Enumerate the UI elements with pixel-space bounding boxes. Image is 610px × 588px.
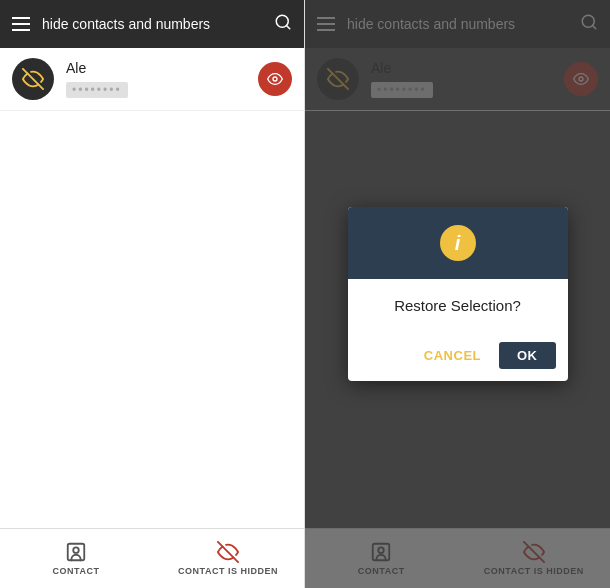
- left-bottom-nav: CONTACT CONTACT IS HIDDEN: [0, 528, 304, 588]
- eye-off-avatar-icon: [22, 68, 44, 90]
- svg-line-1: [286, 25, 289, 28]
- show-contact-button[interactable]: [258, 62, 292, 96]
- ok-button[interactable]: OK: [499, 342, 556, 369]
- left-nav-contact-label: CONTACT: [53, 566, 100, 576]
- left-nav-hidden-label: CONTACT IS HIDDEN: [178, 566, 278, 576]
- contact-number: ••••••••: [66, 82, 128, 98]
- eye-button-icon: [267, 71, 283, 87]
- contact-name: Ale: [66, 60, 246, 76]
- restore-dialog: i Restore Selection? CANCEL OK: [348, 207, 568, 381]
- dialog-message: Restore Selection?: [364, 297, 552, 314]
- hamburger-menu-icon[interactable]: [12, 17, 30, 31]
- right-panel: hide contacts and numbers Ale ••••••••: [305, 0, 610, 588]
- left-nav-hidden[interactable]: CONTACT IS HIDDEN: [152, 529, 304, 588]
- contact-item: Ale ••••••••: [0, 48, 304, 111]
- dialog-body: Restore Selection?: [348, 279, 568, 342]
- svg-point-5: [73, 547, 79, 553]
- left-panel: hide contacts and numbers Ale ••••••••: [0, 0, 305, 588]
- contact-avatar: [12, 58, 54, 100]
- eye-off-nav-icon: [217, 541, 239, 563]
- svg-point-3: [273, 77, 277, 81]
- dialog-info-icon: i: [440, 225, 476, 261]
- dialog-actions: CANCEL OK: [348, 342, 568, 381]
- dialog-header: i: [348, 207, 568, 279]
- dialog-overlay: i Restore Selection? CANCEL OK: [305, 0, 610, 588]
- left-header-title: hide contacts and numbers: [42, 16, 262, 32]
- left-search-icon[interactable]: [274, 13, 292, 36]
- left-content-area: [0, 111, 304, 528]
- contact-nav-icon: [65, 541, 87, 563]
- left-header: hide contacts and numbers: [0, 0, 304, 48]
- contact-info: Ale ••••••••: [66, 60, 246, 98]
- left-nav-contact[interactable]: CONTACT: [0, 529, 152, 588]
- cancel-button[interactable]: CANCEL: [414, 342, 491, 369]
